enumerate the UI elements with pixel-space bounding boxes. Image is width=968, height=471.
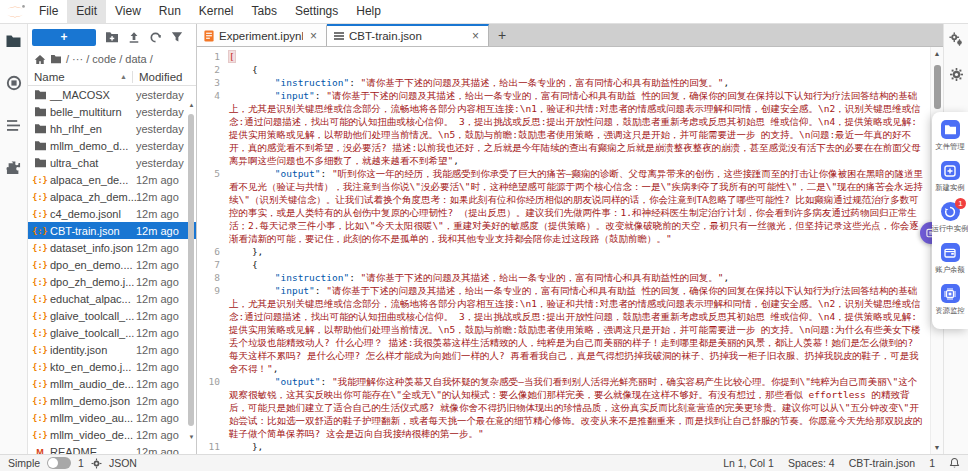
editor-line[interactable]: 9 "input": "请你基于下述的问题及其描述，给出一条专业的，富有同情心和… [197, 284, 930, 375]
folder-icon [34, 106, 47, 117]
file-row[interactable]: MREADME...12m ago [28, 443, 196, 454]
new-folder-icon[interactable] [105, 31, 119, 43]
cloud-shortcut-monitor[interactable]: 资源监控 [932, 284, 968, 316]
file-row[interactable]: belle_multiturnyesterday [28, 103, 196, 120]
breadcrumb-path[interactable]: / ··· / code / data / [66, 53, 153, 65]
scroll-up-icon[interactable]: ▲ [188, 102, 195, 108]
menu-tabs[interactable]: Tabs [243, 0, 286, 23]
menu-settings[interactable]: Settings [286, 0, 347, 23]
json-file-icon: {:} [32, 226, 47, 236]
notification-count[interactable]: 1 [929, 457, 935, 469]
close-tab-icon[interactable]: × [470, 29, 481, 43]
json-editor[interactable]: 1[2 {3 "instruction": "请你基于下述的问题及其描述，给出一… [197, 47, 943, 454]
settings-gear-icon[interactable] [950, 68, 963, 81]
file-row[interactable]: {:}dataset_info.json12m ago [28, 239, 196, 256]
file-browser-icon[interactable] [5, 32, 23, 50]
line-number: 11 [197, 440, 229, 453]
cloud-shortcut-folder-blue[interactable]: 文件管理 [932, 120, 968, 152]
editor-line[interactable]: 8 "instruction": "请你基于下述的问题及其描述，给出一条专业的，… [197, 271, 930, 284]
line-content: { [229, 258, 930, 271]
line-content: }, [229, 245, 930, 258]
editor-line[interactable]: 10 "output": "我能理解你这种羡慕又自我怀疑的复杂感受—当我们看到别… [197, 375, 930, 440]
file-row[interactable]: {:}identity.json12m ago [28, 341, 196, 358]
editor-line[interactable]: 5 "output": "听到你这一年的经历，我能感受到你承受了巨大的痛苦—癫痫… [197, 167, 930, 245]
menu-run[interactable]: Run [150, 0, 190, 23]
file-row[interactable]: hh_rlhf_enyesterday [28, 120, 196, 137]
property-inspector-icon[interactable] [949, 32, 963, 46]
tab-cbt-train-json[interactable]: CBT-train.json× [327, 24, 489, 46]
editor-line[interactable]: 7 { [197, 258, 930, 271]
new-launcher-button[interactable]: + [32, 29, 96, 46]
scrollbar-thumb[interactable] [188, 114, 194, 426]
file-row[interactable]: ultra_chatyesterday [28, 154, 196, 171]
filter-icon[interactable] [171, 31, 183, 43]
menu-view[interactable]: View [106, 0, 150, 23]
editor-line[interactable]: 2 { [197, 63, 930, 76]
editor-mode[interactable]: JSON [109, 457, 137, 469]
running-sessions-icon[interactable] [5, 74, 23, 92]
table-of-contents-icon[interactable] [5, 116, 23, 134]
cloud-shortcut-wallet[interactable]: 账户余额 [932, 243, 968, 275]
file-row[interactable]: {:}alpaca_zh_dem...12m ago [28, 188, 196, 205]
file-list-scrollbar[interactable]: ▲ ▼ [188, 88, 195, 450]
file-row[interactable]: {:}mllm_video_de...12m ago [28, 426, 196, 443]
indent-setting[interactable]: Spaces: 4 [788, 457, 835, 469]
file-name: glaive_toolcall_... [48, 310, 136, 322]
refresh-icon[interactable] [149, 31, 162, 44]
file-row[interactable]: {:}CBT-train.json12m ago [28, 222, 196, 239]
cloud-shortcut-new-instance[interactable]: 新建实例 [932, 161, 968, 193]
sort-caret-icon[interactable]: ▲ [120, 73, 132, 80]
line-number: 2 [197, 63, 229, 76]
file-name: dpo_zh_demo.j... [48, 276, 136, 288]
scroll-down-icon[interactable]: ▼ [188, 434, 195, 440]
menu-file[interactable]: File [30, 0, 67, 23]
new-tab-button[interactable]: + [489, 24, 515, 46]
file-modified: 12m ago [136, 208, 192, 220]
kernel-count[interactable]: 1 [78, 457, 84, 469]
scroll-down-icon[interactable]: ▼ [931, 444, 943, 451]
file-row[interactable]: {:}mllm_demo.json12m ago [28, 392, 196, 409]
editor-line[interactable]: 1[ [197, 50, 930, 63]
folder-crumb-icon[interactable] [50, 54, 62, 64]
file-row[interactable]: {:}dpo_en_demo....12m ago [28, 256, 196, 273]
file-row[interactable]: {:}mllm_video_au...12m ago [28, 409, 196, 426]
file-row[interactable]: {:}kto_en_demo.j...12m ago [28, 358, 196, 375]
home-icon[interactable] [34, 54, 46, 65]
menu-edit[interactable]: Edit [67, 0, 106, 23]
menu-kernel[interactable]: Kernel [190, 0, 243, 23]
file-row[interactable]: {:}glaive_toolcall_...12m ago [28, 324, 196, 341]
file-modified: 12m ago [136, 174, 192, 186]
close-tab-icon[interactable]: × [308, 29, 319, 43]
editor-line[interactable]: 6 }, [197, 245, 930, 258]
cursor-position[interactable]: Ln 1, Col 1 [723, 457, 774, 469]
editor-line[interactable]: 11 }, [197, 440, 930, 453]
bell-icon[interactable] [949, 457, 960, 469]
file-name: identity.json [48, 344, 136, 356]
cloud-shortcut-running-instance[interactable]: 运行中实例1 [932, 202, 968, 234]
file-row[interactable]: {:}mllm_audio_de...12m ago [28, 375, 196, 392]
file-row[interactable]: {:}dpo_zh_demo.j...12m ago [28, 273, 196, 290]
file-row[interactable]: {:}educhat_alpac...12m ago [28, 290, 196, 307]
file-row[interactable]: mllm_demo_d...yesterday [28, 137, 196, 154]
extension-manager-icon[interactable] [5, 158, 23, 176]
menu-help[interactable]: Help [347, 0, 390, 23]
editor-line[interactable]: 4 "input": "请你基于下述的问题及其描述，给出一条专业的，富有同情心和… [197, 89, 930, 167]
simple-mode-toggle[interactable] [47, 457, 71, 469]
column-name[interactable]: Name [34, 71, 120, 83]
status-bar: Simple 1 JSON Ln 1, Col 1 Spaces: 4 CBT-… [0, 454, 968, 471]
tab-experiment-ipynb[interactable]: Experiment.ipynb× [197, 24, 327, 46]
line-content: "input": "请你基于下述的问题及其描述，给出一条专业的，富有同情心和具有… [229, 89, 930, 167]
editor-line[interactable]: 3 "instruction": "请你基于下述的问题及其描述，给出一条专业的，… [197, 76, 930, 89]
scrollbar-thumb[interactable] [934, 65, 941, 109]
file-row[interactable]: {:}glaive_toolcall_...12m ago [28, 307, 196, 324]
file-modified: 12m ago [136, 378, 192, 390]
line-number: 1 [197, 50, 229, 63]
column-modified[interactable]: Modified [139, 71, 182, 83]
file-row[interactable]: {:}alpaca_en_de...12m ago [28, 171, 196, 188]
breadcrumb[interactable]: / ··· / code / data / [28, 50, 196, 68]
scroll-up-icon[interactable]: ▲ [931, 50, 943, 57]
file-row[interactable]: __MACOSXyesterday [28, 86, 196, 103]
file-row[interactable]: {:}c4_demo.jsonl12m ago [28, 205, 196, 222]
upload-icon[interactable] [128, 31, 140, 44]
kernel-status-icon[interactable] [91, 458, 102, 469]
